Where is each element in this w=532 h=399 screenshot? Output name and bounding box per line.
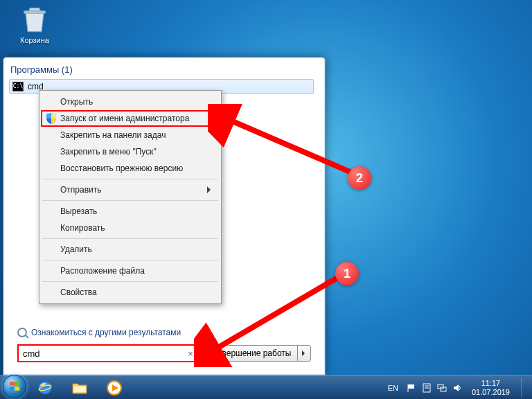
annotation-badge-1: 1 xyxy=(335,262,359,285)
context-menu: Открыть Запуск от имени администратора З… xyxy=(39,90,222,304)
uac-shield-icon xyxy=(46,113,56,124)
flag-tray-icon[interactable] xyxy=(407,383,416,393)
clock[interactable]: 11:17 01.07.2019 xyxy=(468,379,514,396)
shutdown-options-button[interactable] xyxy=(297,345,311,362)
shutdown-button[interactable]: Завершение работы xyxy=(206,345,297,362)
ctx-run-as-admin[interactable]: Запуск от имени администратора xyxy=(41,110,220,127)
search-icon xyxy=(17,328,27,337)
recycle-bin-icon xyxy=(19,4,50,35)
shutdown-split-button: Завершение работы xyxy=(206,345,311,362)
cmd-icon: C:\ xyxy=(12,82,24,91)
start-button[interactable] xyxy=(3,375,26,398)
system-tray: EN 11:17 01.07.2019 xyxy=(385,378,529,398)
folder-icon xyxy=(71,381,88,395)
ctx-pin-start[interactable]: Закрепить в меню "Пуск" xyxy=(41,143,220,160)
ctx-open[interactable]: Открыть xyxy=(41,94,220,110)
taskbar-explorer-button[interactable] xyxy=(64,378,96,398)
ctx-restore-previous[interactable]: Восстановить прежнюю версию xyxy=(41,160,220,177)
see-more-label: Ознакомиться с другими результатами xyxy=(31,328,181,337)
desktop-icon-recycle-bin[interactable]: Корзина xyxy=(14,4,55,44)
ctx-properties[interactable]: Свойства xyxy=(41,284,220,301)
clock-time: 11:17 xyxy=(472,379,510,387)
clock-date: 01.07.2019 xyxy=(472,388,510,396)
ctx-delete[interactable]: Удалить xyxy=(41,241,220,258)
ctx-open-file-location[interactable]: Расположение файла xyxy=(41,263,220,279)
ie-icon xyxy=(37,380,53,396)
svg-rect-5 xyxy=(73,387,86,392)
chevron-right-icon xyxy=(207,186,214,193)
taskbar: EN 11:17 01.07.2019 xyxy=(0,375,532,399)
ctx-cut[interactable]: Вырезать xyxy=(41,203,220,220)
chevron-right-icon xyxy=(302,351,308,356)
language-indicator[interactable]: EN xyxy=(385,384,401,392)
show-desktop-button[interactable] xyxy=(521,378,528,398)
clear-search-button[interactable]: × xyxy=(184,348,197,359)
search-row: × Завершение работы xyxy=(17,344,311,362)
search-input-wrap: × xyxy=(17,344,199,362)
annotation-badge-2: 2 xyxy=(348,166,371,190)
svg-rect-0 xyxy=(24,11,46,13)
recycle-bin-label: Корзина xyxy=(14,36,55,44)
ctx-copy[interactable]: Копировать xyxy=(41,220,220,236)
section-header-programs: Программы (1) xyxy=(10,64,318,75)
action-center-tray-icon[interactable] xyxy=(422,383,432,393)
media-player-icon xyxy=(106,380,123,396)
volume-tray-icon[interactable] xyxy=(452,383,462,393)
taskbar-media-player-button[interactable] xyxy=(98,378,130,398)
ctx-pin-taskbar[interactable]: Закрепить на панели задач xyxy=(41,127,220,143)
ctx-send-to[interactable]: Отправить xyxy=(41,181,220,198)
network-tray-icon[interactable] xyxy=(437,383,447,393)
windows-logo-icon xyxy=(8,380,21,393)
see-more-results-link[interactable]: Ознакомиться с другими результатами xyxy=(17,328,181,337)
taskbar-ie-button[interactable] xyxy=(29,378,61,398)
search-input[interactable] xyxy=(19,346,184,361)
